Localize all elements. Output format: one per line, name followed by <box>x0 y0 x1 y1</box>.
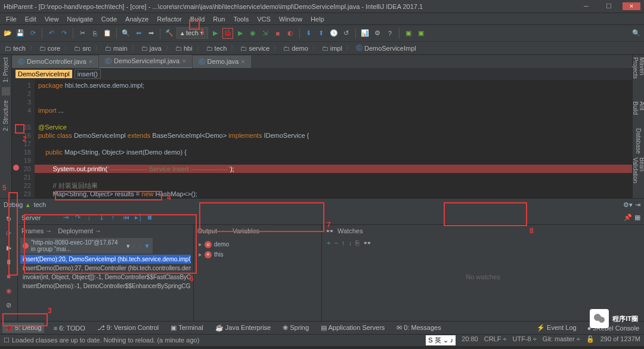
nav-crumb[interactable]: 🗀 java <box>139 44 164 52</box>
maximize-button[interactable]: ☐ <box>600 2 618 10</box>
search-everywhere-icon[interactable]: 🔍 <box>631 28 642 39</box>
undo-icon[interactable]: ↶ <box>46 28 57 39</box>
file-encoding[interactable]: UTF-8 ÷ <box>513 335 537 345</box>
stop-icon[interactable]: ■ <box>273 28 283 39</box>
nav-crumb[interactable]: 🗀 src <box>72 44 94 52</box>
profile-icon[interactable]: ◉ <box>247 28 258 39</box>
nav-crumb[interactable]: 🗀 tech <box>204 44 230 52</box>
debug-hide-icon[interactable]: ⇥ <box>635 201 640 209</box>
watches-tab[interactable]: Watches <box>338 227 363 234</box>
minimize-button[interactable]: ─ <box>577 2 595 10</box>
line-separator[interactable]: CRLF ÷ <box>484 335 507 345</box>
vcs-update-icon[interactable]: ⬇ <box>304 28 314 39</box>
step-out-icon[interactable]: ↑ <box>111 214 120 221</box>
menu-help[interactable]: Help <box>307 14 328 24</box>
breadcrumb-class[interactable]: DemoServiceImpl <box>16 70 72 78</box>
menu-navigate[interactable]: Navigate <box>63 14 96 24</box>
breakpoints-icon[interactable]: ◐ <box>285 28 296 39</box>
show-exec-point-icon[interactable]: ⇥ <box>63 214 73 221</box>
copy-icon[interactable]: ⎘ <box>89 28 100 39</box>
vcs-history-icon[interactable]: 🕓 <box>329 28 339 39</box>
frame-item[interactable]: insertDemo(Demo):-1, DemoController$$Enh… <box>20 282 191 291</box>
pin-icon[interactable]: 📌 <box>624 214 632 221</box>
menu-view[interactable]: View <box>41 14 63 24</box>
help-icon[interactable]: ? <box>385 28 395 39</box>
output-tab[interactable]: Output → <box>197 227 225 234</box>
nav-crumb[interactable]: 🗀 demo <box>281 44 311 52</box>
next-frame-icon[interactable]: ↓ <box>138 242 142 249</box>
menu-analyze[interactable]: Analyze <box>122 14 152 24</box>
find-icon[interactable]: 🔍 <box>120 28 131 39</box>
bottom-tool-messages[interactable]: ✉ 0: Messages <box>394 323 443 333</box>
back-icon[interactable]: ⬅ <box>133 28 144 39</box>
bottom-tool-versioncontrol[interactable]: ⎇ 9: Version Control <box>95 323 162 333</box>
maven-tool-button[interactable]: Maven Projects <box>632 57 645 98</box>
nav-crumb[interactable]: 🗀 hbi <box>173 44 195 52</box>
step-into-icon[interactable]: ↓ <box>87 214 97 221</box>
debug-icon[interactable]: 🐞 <box>222 28 233 39</box>
debug-settings-icon[interactable]: ⚙▾ <box>623 201 633 209</box>
project-tool-button[interactable]: 1: Project <box>2 57 9 82</box>
ime-indicator[interactable]: S 英 ⌄ ♪ <box>426 335 456 345</box>
cut-icon[interactable]: ✂ <box>77 28 88 39</box>
bottom-tool-debug[interactable]: 🐞 5: Debug <box>2 323 44 333</box>
caret-position[interactable]: 20:80 <box>462 335 478 345</box>
run-config-combo[interactable]: ▴ tech ▾ <box>177 27 208 39</box>
bottom-tool-spring[interactable]: ❀ Spring <box>280 323 311 333</box>
variable-item[interactable]: ▸ o demo <box>199 239 317 249</box>
breadcrumb-method[interactable]: insert() <box>75 69 101 79</box>
git-branch[interactable]: Git: master ÷ <box>543 335 580 345</box>
resume-icon[interactable]: ▶ <box>3 242 15 254</box>
menu-refactor[interactable]: Refactor <box>153 14 185 24</box>
forward-icon[interactable]: ➡ <box>145 28 156 39</box>
frames-list[interactable]: insert(Demo):20, DemoServiceImpl (hbi.te… <box>18 255 193 321</box>
editor-tab[interactable]: ⓒ DemoServiceImpl.java × <box>99 55 191 69</box>
settings-icon[interactable]: ⚙ <box>372 28 383 39</box>
nav-crumb[interactable]: 🗀 impl <box>320 44 345 52</box>
ant-tool-button[interactable]: Ant Build <box>632 101 645 125</box>
step-over-icon[interactable]: ↷ <box>75 214 85 221</box>
add-watch-icon[interactable]: + <box>327 239 330 247</box>
thread-selector[interactable]: "http-nio-8080-exec-10"@17,674 in group … <box>20 238 153 254</box>
remove-watch-icon[interactable]: − <box>334 239 338 247</box>
menu-code[interactable]: Code <box>98 14 120 24</box>
paste-icon[interactable]: 📋 <box>102 28 113 39</box>
gutter[interactable]: 123415161718192021222324252627 <box>12 80 35 198</box>
bottom-tool-applicationservers[interactable]: ▤ Application Servers <box>318 323 387 333</box>
bottom-tool-todo[interactable]: ≡ 6: TODO <box>51 323 88 333</box>
evaluate-icon[interactable]: 🖩 <box>147 214 156 221</box>
vcs-revert-icon[interactable]: ↺ <box>341 28 352 39</box>
coverage-icon[interactable]: ▶ <box>235 28 246 39</box>
bottom-tool-javaenterprise[interactable]: ☕ Java Enterprise <box>213 323 273 333</box>
show-watches-icon[interactable]: 👓 <box>363 239 371 247</box>
nav-crumb[interactable]: 🗀 service <box>238 44 272 52</box>
database-tool-button[interactable]: Database <box>635 128 642 154</box>
frame-item[interactable]: invoke(int, Object, Object[]):-1, DemoCo… <box>20 273 191 282</box>
tab-close-icon[interactable]: × <box>182 57 185 64</box>
stop-debug-icon[interactable]: ■ <box>3 270 15 282</box>
build-icon[interactable]: 🔨 <box>164 28 175 39</box>
memory-indicator[interactable]: 290 of 1237M <box>600 335 640 345</box>
bottom-tool-terminal[interactable]: ▣ Terminal <box>168 323 205 333</box>
variables-list[interactable]: ▸ o demo▸ ≡ this <box>194 237 321 262</box>
tab-close-icon[interactable]: × <box>89 58 92 65</box>
frames-tab[interactable]: Frames → <box>21 227 52 234</box>
force-step-into-icon[interactable]: ⤓ <box>99 214 109 221</box>
menu-edit[interactable]: Edit <box>21 14 40 24</box>
run-icon[interactable]: ▶ <box>210 28 221 39</box>
prev-frame-icon[interactable]: ↑ <box>132 242 136 249</box>
jrebel-icon[interactable]: ▣ <box>403 28 414 39</box>
run-to-cursor-icon[interactable]: ▸│ <box>135 214 144 221</box>
save-icon[interactable]: 💾 <box>15 28 26 39</box>
drop-frame-icon[interactable]: ⏮ <box>123 214 132 221</box>
nav-crumb[interactable]: 🗀 tech <box>2 44 28 52</box>
frame-item[interactable]: insertDemo(Demo):27, DemoController (hbi… <box>20 264 191 273</box>
menu-tools[interactable]: Tools <box>230 14 252 24</box>
variable-item[interactable]: ▸ ≡ this <box>199 249 317 260</box>
bottom-tool-eventlog[interactable]: ⚡ Event Log <box>534 323 579 333</box>
filter-icon[interactable]: ▼ <box>144 242 150 249</box>
menu-vcs[interactable]: VCS <box>253 14 274 24</box>
menu-file[interactable]: File <box>2 14 20 24</box>
pause-icon[interactable]: ⏸ <box>3 256 15 268</box>
code-area[interactable]: 123415161718192021222324252627 package h… <box>12 80 632 198</box>
